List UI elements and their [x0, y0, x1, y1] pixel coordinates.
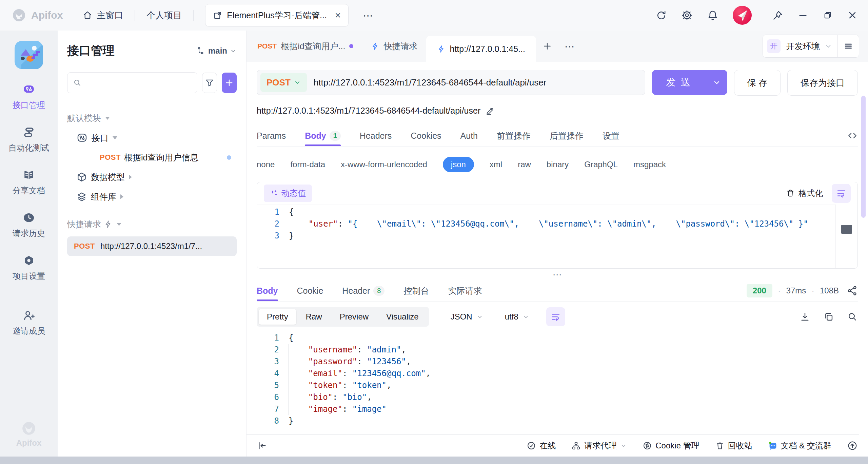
- new-tab-button[interactable]: [536, 31, 558, 62]
- body-type-msgpack[interactable]: msgpack: [633, 160, 666, 169]
- url-input[interactable]: POST http://127.0.0.1:4523/m1/7123645-68…: [257, 70, 645, 95]
- environment-selector[interactable]: 开 开发环境: [763, 35, 859, 58]
- editor-scrollbar-thumb[interactable]: [841, 225, 852, 234]
- tab-headers[interactable]: Headers: [360, 125, 392, 146]
- rail-item-project-settings[interactable]: 项目设置: [13, 254, 45, 282]
- save-as-api-button[interactable]: 保存为接口: [787, 70, 858, 96]
- response-tab-actual-request[interactable]: 实际请求: [448, 280, 482, 301]
- response-tab-console[interactable]: 控制台: [403, 280, 429, 301]
- docs-community[interactable]: 文档 & 交流群: [768, 440, 831, 451]
- tab-cookies[interactable]: Cookies: [411, 125, 441, 146]
- caret-right-icon: [120, 194, 123, 199]
- body-type-graphql[interactable]: GraphQL: [584, 160, 618, 169]
- body-type-form-data[interactable]: form-data: [290, 160, 325, 169]
- nav-personal-project[interactable]: 个人项目: [146, 9, 182, 21]
- search-input[interactable]: [85, 78, 192, 88]
- upgrade-circle-up-icon[interactable]: [847, 440, 858, 451]
- request-tab-quick[interactable]: 快捷请求: [362, 31, 426, 62]
- code-view-button[interactable]: [847, 125, 858, 146]
- search-icon[interactable]: [847, 311, 858, 322]
- request-url-text[interactable]: http://127.0.0.1:4523/m1/7123645-6846544…: [314, 77, 547, 88]
- titlebar-more-button[interactable]: ⋯: [363, 9, 374, 21]
- body-type-none[interactable]: none: [257, 160, 275, 169]
- tab-list-more-button[interactable]: ⋯: [558, 31, 581, 62]
- request-body-code[interactable]: 1{2 "user": "{ \"email\": \"123456@qq.co…: [257, 205, 857, 242]
- request-tab-active[interactable]: http://127.0.0.1:45...: [426, 36, 536, 62]
- dynamic-value-button[interactable]: 动态值: [264, 185, 312, 202]
- edit-pencil-icon[interactable]: [485, 106, 495, 116]
- split-resize-handle[interactable]: ⋯: [257, 269, 858, 280]
- close-window-icon[interactable]: [847, 10, 858, 21]
- tree-module-default[interactable]: 默认模块: [67, 108, 237, 128]
- rail-item-automated-testing[interactable]: 自动化测试: [8, 126, 49, 153]
- send-options-button[interactable]: [706, 70, 727, 95]
- view-preview[interactable]: Preview: [332, 309, 377, 325]
- view-raw[interactable]: Raw: [298, 309, 330, 325]
- save-button[interactable]: 保 存: [734, 70, 781, 96]
- view-pretty[interactable]: Pretty: [259, 309, 296, 325]
- tab-auth[interactable]: Auth: [460, 125, 478, 146]
- method-select[interactable]: POST: [260, 73, 307, 92]
- word-wrap-button[interactable]: [832, 184, 851, 203]
- response-tab-header[interactable]: Header 8: [342, 280, 384, 301]
- response-tab-cookie[interactable]: Cookie: [297, 280, 323, 301]
- download-icon[interactable]: [800, 311, 810, 322]
- recycle-bin[interactable]: 回收站: [715, 440, 752, 451]
- response-body-code[interactable]: 1{2 "username": "admin",3 "password": "1…: [257, 331, 858, 434]
- tab-pre-processors[interactable]: 前置操作: [497, 125, 531, 146]
- project-tab[interactable]: ElementPlus学习-后端管... ×: [205, 4, 349, 26]
- cookie-manager[interactable]: Cookie 管理: [643, 440, 699, 451]
- rail-item-api-management[interactable]: 接口管理: [13, 83, 45, 111]
- user-avatar[interactable]: [733, 6, 752, 25]
- branch-selector[interactable]: main: [197, 46, 237, 56]
- request-tab-saved-api[interactable]: POST 根据id查询用户...: [249, 31, 362, 62]
- encoding-select[interactable]: utf8: [505, 312, 529, 322]
- body-type-json-selected[interactable]: json: [443, 157, 474, 172]
- tab-params[interactable]: Params: [257, 125, 286, 146]
- tab-post-processors[interactable]: 后置操作: [550, 125, 584, 146]
- rail-item-request-history[interactable]: 请求历史: [13, 212, 45, 239]
- tab-settings[interactable]: 设置: [603, 125, 619, 146]
- tree-group-components[interactable]: 组件库: [76, 187, 237, 207]
- collapse-sidebar-icon[interactable]: [257, 440, 268, 451]
- notifications-bell-icon[interactable]: [707, 9, 718, 21]
- send-button[interactable]: 发 送: [652, 70, 727, 95]
- minimize-icon[interactable]: [797, 10, 808, 21]
- main-scrollbar[interactable]: [859, 62, 868, 435]
- tree-group-data-models[interactable]: 数据模型: [76, 167, 237, 187]
- plus-icon: [224, 78, 234, 88]
- share-icon[interactable]: [847, 285, 858, 296]
- body-type-xml[interactable]: xml: [490, 160, 502, 169]
- main-scrollbar-thumb[interactable]: [861, 96, 866, 218]
- content-type-select[interactable]: JSON: [451, 312, 483, 322]
- settings-gear-icon[interactable]: [681, 9, 693, 21]
- format-button[interactable]: 格式化: [786, 188, 823, 199]
- project-avatar[interactable]: [15, 41, 43, 69]
- restore-window-icon[interactable]: [823, 10, 833, 20]
- editor-scrollbar[interactable]: [835, 205, 857, 268]
- quick-request-item-selected[interactable]: POST http://127.0.0.1:4523/m1/7...: [67, 236, 237, 256]
- search-box[interactable]: [67, 72, 197, 93]
- add-button[interactable]: [222, 73, 237, 93]
- response-word-wrap-button[interactable]: [546, 307, 565, 326]
- tab-close-icon[interactable]: ×: [335, 10, 341, 20]
- tree-group-api[interactable]: 接口: [76, 128, 237, 148]
- tree-section-quick-requests[interactable]: 快捷请求: [67, 215, 237, 233]
- body-type-binary[interactable]: binary: [547, 160, 569, 169]
- view-visualize[interactable]: Visualize: [378, 309, 427, 325]
- nav-main-window[interactable]: 主窗口: [82, 9, 123, 21]
- online-status[interactable]: 在线: [527, 440, 556, 451]
- body-type-raw[interactable]: raw: [518, 160, 531, 169]
- body-type-urlencoded[interactable]: x-www-form-urlencoded: [341, 160, 427, 169]
- filter-button[interactable]: [202, 73, 217, 93]
- copy-icon[interactable]: [823, 311, 834, 322]
- sync-icon[interactable]: [656, 10, 667, 21]
- environment-manage-button[interactable]: [838, 41, 859, 51]
- tab-body[interactable]: Body 1: [305, 125, 341, 146]
- pin-icon[interactable]: [772, 10, 783, 21]
- rail-item-invite-members[interactable]: 邀请成员: [13, 309, 45, 336]
- request-proxy-menu[interactable]: 请求代理: [571, 440, 627, 451]
- response-tab-body[interactable]: Body: [257, 280, 278, 301]
- tree-api-item[interactable]: POST 根据id查询用户信息: [100, 148, 237, 167]
- rail-item-share-docs[interactable]: 分享文档: [13, 169, 45, 196]
